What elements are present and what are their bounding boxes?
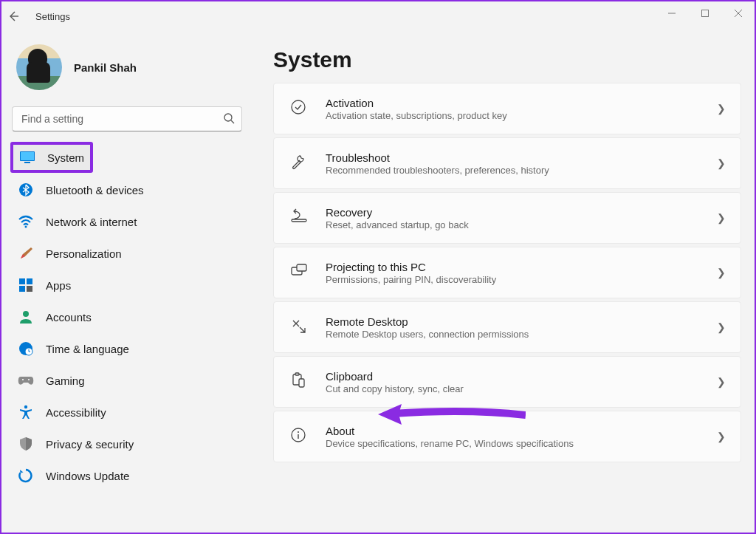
card-title: Clipboard	[326, 370, 717, 383]
card-recovery[interactable]: RecoveryReset, advanced startup, go back…	[273, 192, 741, 244]
card-activation[interactable]: ActivationActivation state, subscription…	[273, 83, 741, 134]
app-title: Settings	[35, 11, 70, 22]
card-desc: Permissions, pairing PIN, discoverabilit…	[326, 274, 717, 285]
sidebar-item-network[interactable]: Network & internet	[10, 207, 244, 236]
svg-rect-8	[24, 162, 30, 163]
wifi-icon	[18, 213, 34, 230]
titlebar: Settings	[1, 1, 755, 31]
recovery-icon	[290, 208, 309, 227]
sidebar-item-label: Personalization	[46, 247, 122, 260]
sidebar-item-label: System	[47, 151, 84, 164]
svg-rect-24	[292, 219, 306, 222]
svg-rect-13	[19, 286, 25, 292]
sidebar-item-personalization[interactable]: Personalization	[10, 239, 244, 268]
avatar	[16, 44, 62, 90]
search-icon	[223, 112, 235, 124]
sidebar-item-label: Accounts	[46, 311, 92, 324]
sidebar-item-label: Accessibility	[46, 406, 106, 419]
display-icon	[19, 149, 35, 165]
svg-rect-28	[295, 373, 299, 375]
sidebar-item-gaming[interactable]: Gaming	[10, 366, 244, 395]
sidebar-item-label: Time & language	[46, 343, 129, 355]
shield-icon	[18, 436, 34, 452]
card-desc: Remote Desktop users, connection permiss…	[326, 329, 717, 340]
svg-point-31	[298, 431, 299, 433]
svg-rect-14	[27, 286, 32, 292]
search-input[interactable]	[12, 106, 242, 131]
sidebar-item-label: Network & internet	[46, 216, 137, 228]
minimize-button[interactable]	[655, 1, 688, 25]
chevron-right-icon: ❯	[717, 103, 726, 114]
nav-list: System Bluetooth & devices Network & int…	[10, 142, 244, 490]
card-title: Projecting to this PC	[326, 261, 717, 273]
clock-globe-icon	[18, 340, 34, 357]
sidebar-item-label: Bluetooth & devices	[46, 184, 144, 196]
chevron-right-icon: ❯	[717, 431, 726, 442]
projecting-icon	[290, 263, 309, 282]
check-circle-icon	[290, 99, 309, 118]
svg-point-23	[292, 100, 305, 114]
sidebar-item-label: Privacy & security	[46, 438, 134, 451]
sidebar-item-label: Windows Update	[46, 470, 129, 482]
main-panel: System ActivationActivation state, subsc…	[252, 31, 755, 533]
update-icon	[18, 468, 34, 484]
sidebar-item-time[interactable]: Time & language	[10, 334, 244, 363]
sidebar-item-accounts[interactable]: Accounts	[10, 302, 244, 332]
close-button[interactable]	[721, 1, 755, 25]
sidebar-item-accessibility[interactable]: Accessibility	[10, 397, 244, 427]
svg-point-10	[25, 226, 27, 228]
svg-point-22	[24, 405, 27, 408]
sidebar: Pankil Shah System	[1, 31, 252, 533]
gamepad-icon	[18, 372, 34, 388]
paintbrush-icon	[18, 245, 34, 261]
profile-block[interactable]: Pankil Shah	[10, 38, 244, 102]
wrench-icon	[290, 154, 309, 173]
settings-list: ActivationActivation state, subscription…	[273, 83, 741, 462]
apps-icon	[18, 277, 34, 293]
sidebar-item-bluetooth[interactable]: Bluetooth & devices	[10, 175, 244, 205]
card-projecting[interactable]: Projecting to this PCPermissions, pairin…	[273, 247, 741, 298]
sidebar-item-label: Apps	[46, 279, 71, 292]
chevron-right-icon: ❯	[717, 376, 726, 388]
sidebar-item-label: Gaming	[46, 374, 85, 387]
card-title: Troubleshoot	[326, 151, 717, 164]
card-remote-desktop[interactable]: Remote DesktopRemote Desktop users, conn…	[273, 301, 741, 353]
svg-line-5	[231, 120, 234, 123]
svg-rect-29	[299, 379, 304, 387]
person-icon	[18, 309, 34, 325]
page-title: System	[273, 47, 741, 72]
window-controls	[655, 1, 755, 25]
chevron-right-icon: ❯	[717, 157, 726, 169]
info-icon	[290, 427, 309, 446]
card-about[interactable]: AboutDevice specifications, rename PC, W…	[273, 411, 741, 462]
bluetooth-icon	[18, 182, 34, 198]
svg-point-20	[22, 379, 24, 380]
accessibility-icon	[18, 404, 34, 420]
card-desc: Recommended troubleshooters, preferences…	[326, 165, 717, 176]
svg-rect-7	[21, 152, 34, 160]
svg-rect-26	[297, 264, 306, 271]
profile-name: Pankil Shah	[74, 61, 137, 74]
svg-point-4	[224, 114, 232, 121]
sidebar-item-update[interactable]: Windows Update	[10, 461, 244, 490]
back-button[interactable]	[7, 10, 30, 22]
sidebar-item-privacy[interactable]: Privacy & security	[10, 429, 244, 459]
card-desc: Device specifications, rename PC, Window…	[326, 438, 717, 449]
card-title: Remote Desktop	[326, 315, 717, 328]
card-clipboard[interactable]: ClipboardCut and copy history, sync, cle…	[273, 356, 741, 408]
chevron-right-icon: ❯	[717, 321, 726, 333]
svg-rect-12	[27, 278, 32, 284]
chevron-right-icon: ❯	[717, 267, 726, 278]
card-desc: Reset, advanced startup, go back	[326, 219, 717, 230]
card-troubleshoot[interactable]: TroubleshootRecommended troubleshooters,…	[273, 137, 741, 189]
svg-rect-1	[701, 10, 708, 17]
card-desc: Cut and copy history, sync, clear	[326, 383, 717, 394]
remote-desktop-icon	[290, 318, 309, 337]
sidebar-item-system[interactable]: System	[10, 142, 244, 173]
sidebar-item-apps[interactable]: Apps	[10, 270, 244, 300]
chevron-right-icon: ❯	[717, 212, 726, 224]
svg-rect-11	[19, 278, 25, 284]
search-box[interactable]	[12, 106, 242, 131]
maximize-button[interactable]	[688, 1, 721, 25]
svg-point-15	[23, 311, 29, 317]
